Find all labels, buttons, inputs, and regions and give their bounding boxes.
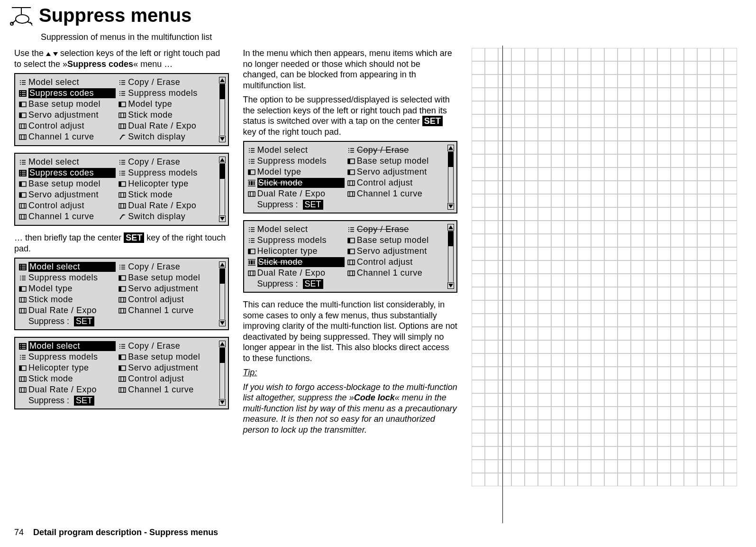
scroll-thumb[interactable] <box>448 152 453 167</box>
menu-item[interactable]: Copy / Erase <box>118 157 215 167</box>
scroll-track[interactable] <box>219 269 225 319</box>
menu-item[interactable]: Helicopter type <box>19 362 116 373</box>
scroll-down-icon[interactable] <box>447 282 454 289</box>
scroll-track[interactable] <box>448 231 454 282</box>
scroll-thumb[interactable] <box>220 164 225 179</box>
menu-item[interactable]: Model select <box>19 77 116 88</box>
menu-item[interactable]: Stick mode <box>19 294 116 305</box>
menu-item[interactable]: Copy / Erase <box>118 341 215 352</box>
menu-item[interactable]: Suppress models <box>19 272 116 283</box>
menu-item[interactable]: Stick mode <box>248 177 345 188</box>
menu-item[interactable]: Control adjust <box>19 121 116 131</box>
menu-item[interactable]: Servo adjustment <box>347 167 444 177</box>
menu-item[interactable]: Suppress models <box>118 167 215 178</box>
menu-item[interactable]: Suppress models <box>19 352 116 362</box>
scroll-up-icon[interactable] <box>219 341 226 347</box>
scroll-down-icon[interactable] <box>447 203 454 210</box>
menu-item[interactable]: Helicopter type <box>248 246 345 257</box>
menu-item[interactable]: Model select <box>248 145 345 156</box>
menu-item[interactable]: Dual Rate / Expo <box>248 268 345 278</box>
box-icon <box>118 365 126 371</box>
menu-item[interactable]: Stick mode <box>19 373 116 384</box>
menu-item[interactable]: Model type <box>118 99 215 110</box>
menu-item[interactable]: Model select <box>248 224 345 235</box>
menu-item[interactable]: Channel 1 curve <box>118 305 215 316</box>
menu-item[interactable]: Base setup model <box>19 178 116 189</box>
menu-item[interactable]: Base setup model <box>118 352 215 362</box>
menu-item[interactable]: Dual Rate / Expo <box>118 200 215 211</box>
menu-item[interactable]: Channel 1 curve <box>19 131 116 142</box>
menu-item[interactable]: Stick mode <box>118 110 215 121</box>
menu-item[interactable]: Stick mode <box>248 257 345 268</box>
scroll-track[interactable] <box>219 164 225 215</box>
menu-item[interactable]: Model select <box>19 261 116 272</box>
menu-item[interactable]: Channel 1 curve <box>19 211 116 222</box>
menu-item[interactable]: Suppress models <box>248 156 345 167</box>
scrollbar[interactable] <box>447 145 455 210</box>
menu-item[interactable]: Base setup model <box>19 99 116 110</box>
menu-item[interactable]: Stick mode <box>118 189 215 200</box>
menu-item[interactable]: Servo adjustment <box>118 283 215 294</box>
menu-item[interactable]: Dual Rate / Expo <box>19 384 116 395</box>
menu-item[interactable]: Suppress models <box>248 235 345 246</box>
scroll-thumb[interactable] <box>220 348 225 363</box>
menu-item[interactable]: Control adjust <box>347 177 444 188</box>
menu-item[interactable]: Switch display <box>118 131 215 142</box>
menu-item[interactable]: Control adjust <box>118 373 215 384</box>
scroll-up-icon[interactable] <box>219 261 226 268</box>
scrollbar[interactable] <box>219 157 226 222</box>
svg-rect-196 <box>348 181 355 185</box>
scroll-up-icon[interactable] <box>447 224 454 231</box>
scroll-down-icon[interactable] <box>219 136 226 142</box>
set-button[interactable]: SET <box>303 279 323 289</box>
menu-item[interactable]: Servo adjustment <box>19 110 116 121</box>
scrollbar[interactable] <box>219 341 226 406</box>
menu-item[interactable]: Channel 1 curve <box>118 384 215 395</box>
menu-item[interactable]: Suppress codes <box>19 167 116 178</box>
scroll-up-icon[interactable] <box>447 145 454 151</box>
menu-item[interactable]: Control adjust <box>118 294 215 305</box>
scrollbar[interactable] <box>219 77 226 142</box>
menu-item[interactable]: Control adjust <box>347 257 444 268</box>
menu-item[interactable]: Suppress models <box>118 88 215 99</box>
scrollbar[interactable] <box>447 224 455 289</box>
menu-item[interactable]: Model type <box>19 283 116 294</box>
scroll-thumb[interactable] <box>448 231 453 246</box>
scroll-thumb[interactable] <box>220 269 225 284</box>
scroll-track[interactable] <box>448 152 454 203</box>
menu-item[interactable]: Servo adjustment <box>118 362 215 373</box>
set-button[interactable]: SET <box>303 200 323 210</box>
menu-item[interactable]: Copy / Erase <box>347 224 444 235</box>
set-button[interactable]: SET <box>74 316 94 326</box>
menu-item[interactable]: Dual Rate / Expo <box>248 188 345 199</box>
menu-item[interactable]: Base setup model <box>347 235 444 246</box>
menu-item[interactable]: Model type <box>248 167 345 177</box>
scroll-down-icon[interactable] <box>219 320 226 326</box>
set-button[interactable]: SET <box>74 396 94 406</box>
scroll-track[interactable] <box>219 84 225 135</box>
scroll-up-icon[interactable] <box>219 77 226 83</box>
menu-item[interactable]: Channel 1 curve <box>347 268 444 278</box>
menu-item[interactable]: Control adjust <box>19 200 116 211</box>
menu-item[interactable]: Model select <box>19 341 116 352</box>
menu-item[interactable]: Channel 1 curve <box>347 188 444 199</box>
menu-item[interactable]: Helicopter type <box>118 178 215 189</box>
menu-item[interactable]: Dual Rate / Expo <box>19 305 116 316</box>
menu-item[interactable]: Copy / Erase <box>347 145 444 156</box>
menu-item[interactable]: Servo adjustment <box>19 189 116 200</box>
menu-item[interactable]: Servo adjustment <box>347 246 444 257</box>
menu-item[interactable]: Suppress codes <box>19 88 116 99</box>
menu-item[interactable]: Base setup model <box>347 156 444 167</box>
menu-item[interactable]: Copy / Erase <box>118 261 215 272</box>
scrollbar[interactable] <box>219 261 226 326</box>
menu-item[interactable]: Dual Rate / Expo <box>118 121 215 131</box>
scroll-down-icon[interactable] <box>219 215 226 222</box>
scroll-up-icon[interactable] <box>219 157 226 163</box>
menu-item[interactable]: Switch display <box>118 211 215 222</box>
scroll-thumb[interactable] <box>220 84 225 99</box>
menu-item[interactable]: Copy / Erase <box>118 77 215 88</box>
scroll-track[interactable] <box>219 348 225 399</box>
menu-item[interactable]: Model select <box>19 157 116 167</box>
scroll-down-icon[interactable] <box>219 399 226 406</box>
menu-item[interactable]: Base setup model <box>118 272 215 283</box>
